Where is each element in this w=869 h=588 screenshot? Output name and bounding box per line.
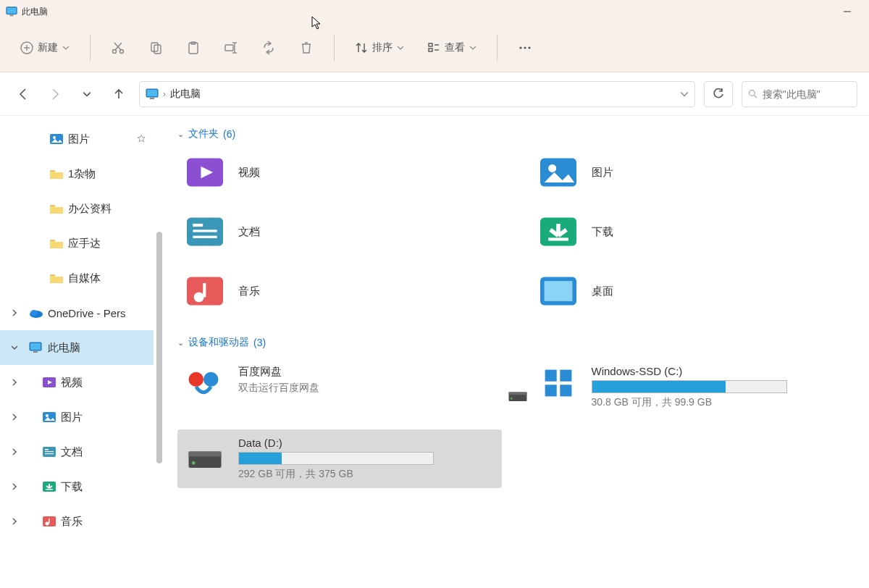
- group-header-folders[interactable]: ⌄ 文件夹 (6): [177, 123, 855, 149]
- view-button[interactable]: 查看: [419, 32, 485, 64]
- folder-item[interactable]: 桌面: [531, 268, 855, 314]
- up-button[interactable]: [107, 83, 130, 106]
- drive-icon: [538, 365, 582, 401]
- view-icon: [427, 41, 440, 54]
- sidebar-item[interactable]: OneDrive - Pers: [0, 295, 154, 330]
- recent-button[interactable]: [75, 83, 98, 106]
- sidebar-item[interactable]: 视频: [0, 365, 154, 400]
- breadcrumb-item[interactable]: 此电脑: [170, 88, 201, 101]
- sidebar-item-label: 文档: [61, 445, 83, 459]
- more-button[interactable]: [509, 32, 541, 64]
- address-bar[interactable]: › 此电脑: [139, 81, 695, 107]
- drive-usage-bar: [592, 380, 787, 393]
- drive-status: 292 GB 可用，共 375 GB: [238, 468, 495, 481]
- sidebar-item[interactable]: 音乐: [0, 504, 154, 539]
- search-input[interactable]: [763, 88, 851, 100]
- share-icon: [261, 41, 276, 55]
- sidebar-item-label: 下载: [61, 480, 83, 494]
- rename-icon: [224, 41, 238, 55]
- refresh-icon: [712, 88, 725, 101]
- expand-icon[interactable]: [9, 379, 20, 386]
- scrollbar-thumb[interactable]: [156, 232, 162, 463]
- folder-item[interactable]: 视频: [177, 149, 502, 196]
- music-icon: [42, 514, 56, 529]
- drive-name: 百度网盘: [238, 365, 495, 379]
- sidebar-item-label: 图片: [68, 133, 90, 146]
- sidebar-item[interactable]: 自媒体: [0, 261, 154, 295]
- svg-rect-45: [429, 43, 432, 46]
- rename-button[interactable]: [215, 32, 247, 64]
- folder-label: 下载: [592, 225, 613, 239]
- drive-item[interactable]: 百度网盘双击运行百度网盘: [177, 358, 502, 416]
- search-box[interactable]: [742, 81, 857, 107]
- search-icon: [748, 88, 758, 100]
- svg-line-53: [754, 95, 757, 98]
- folder-icon: [49, 167, 64, 181]
- copy-icon: [148, 41, 163, 55]
- folder-label: 音乐: [238, 285, 260, 298]
- folder-icon: [49, 236, 64, 251]
- trash-icon: [299, 41, 314, 55]
- expand-icon[interactable]: [9, 344, 20, 351]
- back-button[interactable]: [12, 83, 35, 106]
- sidebar-item[interactable]: 图片: [0, 400, 154, 434]
- chevron-down-icon: [469, 44, 477, 51]
- sidebar-item[interactable]: 1杂物: [0, 156, 154, 191]
- drive-usage-bar: [238, 452, 434, 465]
- folder-item[interactable]: 图片: [531, 149, 855, 196]
- documents-icon: [42, 445, 56, 459]
- sidebar-item[interactable]: 图片: [0, 122, 154, 156]
- svg-point-49: [519, 46, 521, 49]
- pin-icon: [136, 133, 146, 146]
- group-header-drives[interactable]: ⌄ 设备和驱动器 (3): [177, 332, 855, 358]
- chevron-down-icon: [397, 44, 404, 51]
- app-icon: [6, 6, 17, 17]
- chevron-down-icon[interactable]: [680, 90, 689, 98]
- content-area: ⌄ 文件夹 (6) 视频图片文档下载音乐桌面 ⌄ 设备和驱动器 (3) 百度网盘…: [163, 116, 869, 588]
- sidebar-item[interactable]: 下载: [0, 469, 154, 504]
- sidebar-item[interactable]: 文档: [0, 434, 154, 469]
- folder-item[interactable]: 下载: [531, 209, 855, 255]
- expand-icon[interactable]: [9, 448, 20, 455]
- expand-icon[interactable]: [9, 518, 20, 525]
- paste-button[interactable]: [177, 32, 209, 64]
- downloads-icon: [42, 479, 56, 494]
- videos-icon: [42, 375, 56, 390]
- svg-point-52: [750, 90, 755, 96]
- drive-status: 30.8 GB 可用，共 99.9 GB: [592, 396, 848, 409]
- sort-button[interactable]: 排序: [346, 32, 413, 64]
- documents-icon: [182, 214, 228, 250]
- delete-button[interactable]: [290, 32, 322, 64]
- svg-point-34: [120, 49, 124, 53]
- expand-icon[interactable]: [9, 413, 20, 421]
- drive-item[interactable]: Windows-SSD (C:)30.8 GB 可用，共 99.9 GB: [531, 358, 855, 416]
- new-button[interactable]: 新建: [12, 32, 78, 64]
- expand-icon[interactable]: [9, 483, 20, 490]
- titlebar: 此电脑: [0, 0, 869, 23]
- folder-item[interactable]: 文档: [177, 209, 502, 255]
- sidebar-item-label: 应手达: [68, 237, 101, 251]
- downloads-icon: [535, 214, 582, 250]
- sidebar-item[interactable]: 应手达: [0, 226, 154, 261]
- cut-button[interactable]: [102, 32, 134, 64]
- more-icon: [518, 41, 532, 55]
- drive-item[interactable]: Data (D:)292 GB 可用，共 375 GB: [177, 429, 502, 488]
- refresh-button[interactable]: [704, 81, 733, 107]
- onedrive-icon: [29, 306, 43, 320]
- copy-button[interactable]: [140, 32, 172, 64]
- drive-name: Windows-SSD (C:): [592, 365, 848, 377]
- expand-icon[interactable]: [9, 309, 20, 316]
- chevron-down-icon: ⌄: [177, 338, 184, 348]
- sidebar-item-label: 视频: [61, 376, 83, 390]
- forward-button[interactable]: [43, 83, 67, 106]
- minimize-button[interactable]: [831, 0, 863, 23]
- navbar: › 此电脑: [0, 72, 869, 116]
- sidebar-item[interactable]: 此电脑: [0, 330, 154, 365]
- sidebar-item[interactable]: 办公资料: [0, 191, 154, 226]
- share-button[interactable]: [253, 32, 285, 64]
- folder-item[interactable]: 音乐: [177, 268, 502, 314]
- toolbar: 新建 排序 查看: [0, 23, 869, 72]
- svg-line-35: [115, 43, 122, 50]
- sidebar-item-label: 自媒体: [68, 272, 101, 285]
- plus-circle-icon: [20, 41, 33, 54]
